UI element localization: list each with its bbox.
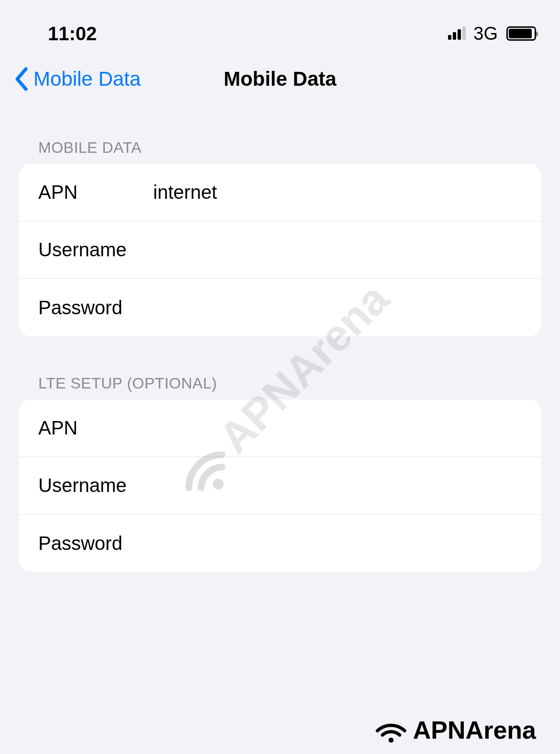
password-label: Password xyxy=(38,297,153,319)
section-group-lte-setup: APN Username Password xyxy=(19,400,541,572)
row-lte-username[interactable]: Username xyxy=(19,457,541,514)
watermark-bottom: APNArena xyxy=(372,716,536,744)
status-bar: 11:02 3G xyxy=(0,0,560,53)
section-header-mobile-data: MOBILE DATA xyxy=(0,139,560,164)
row-lte-apn[interactable]: APN xyxy=(19,400,541,457)
svg-point-1 xyxy=(389,738,394,743)
username-label: Username xyxy=(38,239,153,261)
password-input[interactable] xyxy=(153,297,522,319)
back-button[interactable]: Mobile Data xyxy=(14,67,141,91)
row-mobile-data-apn[interactable]: APN xyxy=(19,164,541,221)
watermark-bottom-text: APNArena xyxy=(413,716,536,744)
apn-label: APN xyxy=(38,182,153,203)
section-group-mobile-data: APN Username Password xyxy=(19,164,541,336)
lte-apn-input[interactable] xyxy=(153,417,522,439)
username-input[interactable] xyxy=(153,239,522,261)
apn-input[interactable] xyxy=(153,182,522,203)
navigation-bar: Mobile Data Mobile Data xyxy=(0,53,560,101)
signal-strength-icon xyxy=(448,27,466,40)
status-time: 11:02 xyxy=(48,23,97,45)
lte-username-label: Username xyxy=(38,475,153,496)
row-mobile-data-username[interactable]: Username xyxy=(19,221,541,279)
back-label: Mobile Data xyxy=(34,68,141,91)
lte-username-input[interactable] xyxy=(153,475,522,496)
lte-apn-label: APN xyxy=(38,417,153,439)
chevron-left-icon xyxy=(14,67,29,91)
wifi-icon xyxy=(372,716,410,744)
lte-password-label: Password xyxy=(38,533,153,554)
row-mobile-data-password[interactable]: Password xyxy=(19,279,541,336)
row-lte-password[interactable]: Password xyxy=(19,514,541,572)
network-type-label: 3G xyxy=(473,23,498,44)
page-title: Mobile Data xyxy=(224,68,336,91)
lte-password-input[interactable] xyxy=(153,533,522,554)
battery-icon xyxy=(506,26,536,41)
section-header-lte-setup: LTE SETUP (OPTIONAL) xyxy=(0,375,560,400)
status-indicators: 3G xyxy=(448,23,536,44)
